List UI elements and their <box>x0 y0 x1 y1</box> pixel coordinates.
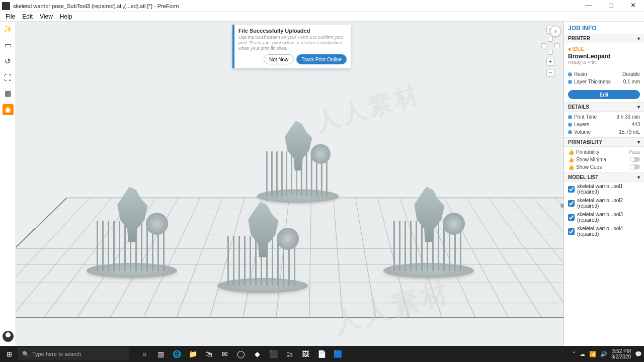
select-icon[interactable]: ▭ <box>3 40 14 51</box>
window-title: skeletal warrior pose_SubTool3 (repaired… <box>12 3 578 9</box>
model-checkbox[interactable] <box>568 186 575 193</box>
close-button[interactable]: ✕ <box>622 0 644 12</box>
time-icon <box>568 115 572 119</box>
start-button[interactable]: ⊞ <box>0 350 18 358</box>
layers-value: 443 <box>631 122 640 127</box>
collapse-right-button[interactable]: › <box>550 26 561 37</box>
show-cups-label: Show Cups <box>576 164 602 170</box>
list-item[interactable]: skeletal warrio...ool2 (repaired) <box>564 196 644 210</box>
list-item[interactable]: skeletal warrio...ool1 (repaired) <box>564 182 644 196</box>
app-icon[interactable]: 🗂 <box>282 347 297 360</box>
app-icon[interactable]: 📄 <box>314 347 329 360</box>
show-minima-toggle[interactable] <box>630 157 640 162</box>
minimize-button[interactable]: — <box>578 0 600 12</box>
model-checkbox[interactable] <box>568 214 575 221</box>
notifications-icon[interactable]: 💬 <box>635 351 642 357</box>
resin-value: Durable <box>622 71 640 77</box>
show-cups-toggle[interactable] <box>630 164 640 169</box>
thumb-up-icon: 👍 <box>568 157 574 162</box>
layer-icon <box>568 80 572 84</box>
store-icon[interactable]: 🛍 <box>201 347 216 360</box>
printer-state: IDLE <box>573 46 584 52</box>
model-list-section[interactable]: MODEL LIST <box>568 174 598 180</box>
system-tray: ˄ ☁ 📶 🔊 3:52 PM 3/2/2020 💬 <box>573 348 644 359</box>
printer-name[interactable]: BrownLeopard <box>568 53 640 60</box>
app-icon[interactable]: 🟦 <box>330 347 345 360</box>
volume-value: 15.79 mL <box>619 129 640 135</box>
date: 3/2/2020 <box>611 354 631 359</box>
model-3[interactable] <box>262 117 334 203</box>
toast-body: Use the touchscreen on your Form 2 to co… <box>238 35 347 51</box>
wifi-icon[interactable]: 📶 <box>589 351 596 357</box>
menu-file[interactable]: File <box>2 12 19 21</box>
app-icon[interactable]: 🖼 <box>298 347 313 360</box>
chrome-icon[interactable]: ◯ <box>233 347 249 360</box>
model-checkbox[interactable] <box>568 200 575 207</box>
model-name: skeletal warrio...ool3 (repaired) <box>577 212 640 223</box>
job-info-title: JOB INFO <box>564 22 644 34</box>
menu-view[interactable]: View <box>36 12 56 21</box>
thumb-up-icon: 👍 <box>568 149 574 155</box>
list-item[interactable]: skeletal warrio...ool4 (repaired) <box>564 224 644 238</box>
rotate-icon[interactable]: ↺ <box>3 56 14 67</box>
edge-icon[interactable]: 🌐 <box>169 347 184 360</box>
chevron-down-icon[interactable]: ▾ <box>637 104 640 110</box>
model-1[interactable] <box>92 183 172 278</box>
printability-label: Printability <box>576 149 599 155</box>
app-icon[interactable]: ⬛ <box>266 347 281 360</box>
cortana-icon[interactable]: ○ <box>137 347 152 360</box>
volume-icon <box>568 130 572 134</box>
time: 3:52 PM <box>611 348 631 354</box>
printability-value: Pass <box>629 149 640 155</box>
scale-icon[interactable]: ⛶ <box>3 72 14 83</box>
volume-icon[interactable]: 🔊 <box>600 351 607 357</box>
menu-edit[interactable]: Edit <box>19 12 36 21</box>
zoom-in-button[interactable]: + <box>546 58 554 66</box>
task-view-icon[interactable]: ▥ <box>153 347 168 360</box>
list-item[interactable]: skeletal warrio...ool3 (repaired) <box>564 210 644 224</box>
resin-icon <box>568 72 572 76</box>
print-time-label: Print Time <box>574 114 597 120</box>
edit-button[interactable]: Edit <box>568 90 640 99</box>
pan-cross[interactable] <box>541 37 559 55</box>
zoom-out-button[interactable]: − <box>546 69 554 77</box>
taskbar: ⊞ 🔍 Type here to search ○ ▥ 🌐 📁 🛍 ✉ ◯ ◆ … <box>0 346 644 362</box>
window-titlebar: skeletal warrior pose_SubTool3 (repaired… <box>0 0 644 12</box>
model-name: skeletal warrio...ool1 (repaired) <box>577 184 640 195</box>
chevron-down-icon[interactable]: ▾ <box>637 36 640 41</box>
print-time-value: 3 h 33 min <box>616 114 640 120</box>
model-4[interactable] <box>388 183 469 278</box>
details-section[interactable]: DETAILS <box>568 104 589 110</box>
layout-icon[interactable]: ▦ <box>3 88 14 99</box>
printer-section[interactable]: PRINTER <box>568 36 590 41</box>
model-name: skeletal warrio...ool2 (repaired) <box>577 198 640 209</box>
model-name: skeletal warrio...ool4 (repaired) <box>577 226 640 237</box>
chevron-down-icon[interactable]: ▾ <box>637 139 640 145</box>
left-toolbar: ✨ ▭ ↺ ⛶ ▦ ◉ <box>0 22 16 346</box>
right-panel: › JOB INFO PRINTER▾ ■ IDLE BrownLeopard … <box>564 22 644 346</box>
app-icon[interactable]: ◆ <box>250 347 265 360</box>
onedrive-icon[interactable]: ☁ <box>580 351 585 357</box>
printability-section[interactable]: PRINTABILITY <box>568 139 602 145</box>
mail-icon[interactable]: ✉ <box>217 347 232 360</box>
maximize-button[interactable]: ◻ <box>600 0 622 12</box>
tray-chevron-icon[interactable]: ˄ <box>573 351 576 357</box>
supports-icon[interactable]: ◉ <box>3 104 14 115</box>
not-now-button[interactable]: Not Now <box>264 54 294 64</box>
layer-thickness-value: 0.1 mm <box>623 79 640 84</box>
model-checkbox[interactable] <box>568 228 575 235</box>
track-online-button[interactable]: Track Print Online <box>296 54 347 64</box>
layers-label: Layers <box>574 122 589 127</box>
account-icon[interactable] <box>3 331 14 342</box>
menu-help[interactable]: Help <box>56 12 76 21</box>
explorer-icon[interactable]: 📁 <box>185 347 200 360</box>
magic-wand-icon[interactable]: ✨ <box>3 24 14 35</box>
model-2[interactable] <box>222 198 303 293</box>
layer-thickness-label: Layer Thickness <box>574 79 611 84</box>
toast-title: File Successfully Uploaded <box>238 28 347 34</box>
clock[interactable]: 3:52 PM 3/2/2020 <box>611 348 631 359</box>
viewport[interactable]: www.rrcg.cn 人人素材 人人素材 File Successfully … <box>16 22 564 346</box>
search-placeholder: Type here to search <box>32 351 81 357</box>
taskbar-search[interactable]: 🔍 Type here to search <box>18 347 129 360</box>
chevron-down-icon[interactable]: ▾ <box>637 174 640 180</box>
